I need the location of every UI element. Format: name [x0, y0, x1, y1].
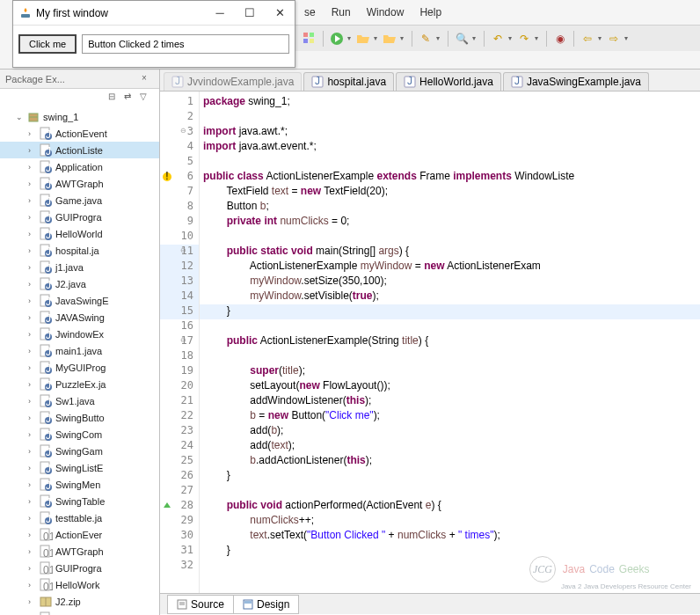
line-number[interactable]: 13: [160, 275, 199, 289]
line-number[interactable]: 26: [160, 469, 199, 484]
tree-file[interactable]: ›Jtesttable.ja: [0, 509, 159, 526]
line-number[interactable]: 22: [160, 409, 199, 424]
menu-item[interactable]: se: [304, 6, 316, 18]
tree-file[interactable]: ›JApplication: [0, 158, 159, 175]
stop-icon[interactable]: ◉: [553, 32, 567, 46]
line-number[interactable]: 1: [160, 95, 199, 110]
view-menu-icon[interactable]: ▽: [140, 92, 152, 104]
fold-icon[interactable]: ⊖: [176, 246, 186, 257]
code-line[interactable]: [200, 349, 700, 364]
code-line[interactable]: myWindow.setSize(350,100);: [200, 275, 700, 289]
code-line[interactable]: setLayout(new FlowLayout());: [200, 379, 700, 394]
tree-file[interactable]: ›JActionListe: [0, 142, 159, 158]
minimize-button[interactable]: ─: [205, 2, 235, 25]
tree-file[interactable]: ›JAWTGraph: [0, 175, 159, 192]
tree-file[interactable]: ›JGame.java: [0, 192, 159, 209]
line-number[interactable]: 12: [160, 260, 199, 275]
line-number[interactable]: 2: [160, 110, 199, 125]
code-line[interactable]: public ActionListenerExample(String titl…: [200, 334, 700, 349]
line-number[interactable]: !6: [160, 170, 199, 185]
search-icon[interactable]: 🔍: [455, 32, 469, 46]
wand-icon[interactable]: ✎: [419, 32, 433, 46]
click-me-button[interactable]: Click me: [18, 34, 77, 54]
tree-file[interactable]: ›01HelloWork: [0, 576, 159, 593]
line-number[interactable]: 25: [160, 454, 199, 469]
close-button[interactable]: ✕: [265, 2, 295, 25]
tree-file[interactable]: ›JSwingMen: [0, 476, 159, 493]
line-number[interactable]: 28: [160, 499, 199, 514]
code-line[interactable]: text.setText("Button Clicked " + numClic…: [200, 529, 700, 544]
code-line[interactable]: package swing_1;: [200, 95, 700, 110]
line-number[interactable]: 27: [160, 484, 199, 499]
line-number[interactable]: 20: [160, 379, 199, 394]
code-editor[interactable]: 12⊖345!678910⊖111213141516⊖1718192021222…: [160, 92, 700, 593]
grid-icon[interactable]: [303, 32, 317, 46]
line-number[interactable]: 18: [160, 349, 199, 364]
tree-file[interactable]: ›JGUIProgra: [0, 209, 159, 225]
line-number[interactable]: 24: [160, 439, 199, 454]
line-number[interactable]: ⊖17: [160, 334, 199, 349]
result-textfield[interactable]: [82, 34, 289, 54]
fold-icon[interactable]: ⊖: [176, 127, 186, 137]
menu-run[interactable]: Run: [332, 6, 351, 18]
line-number[interactable]: 15: [160, 304, 199, 319]
code-line[interactable]: }: [200, 469, 700, 484]
menu-help[interactable]: Help: [419, 6, 441, 18]
code-line[interactable]: }: [200, 544, 700, 559]
editor-tab[interactable]: J JvvindowExample.java: [164, 72, 302, 91]
tree-file[interactable]: ›JJAVASwing: [0, 309, 159, 326]
menu-window[interactable]: Window: [367, 6, 405, 18]
tree-file[interactable]: ›J2.zip: [0, 593, 159, 610]
code-line[interactable]: myWindow.setVisible(true);: [200, 289, 700, 304]
code-line[interactable]: b = new Button("Click me");: [200, 409, 700, 424]
tree-file[interactable]: ›JSw1.java: [0, 392, 159, 409]
code-line[interactable]: add(text);: [200, 439, 700, 454]
design-tab[interactable]: Design: [233, 595, 299, 614]
line-number[interactable]: 19: [160, 364, 199, 379]
line-number[interactable]: 29: [160, 514, 199, 529]
tree-file[interactable]: ›JJavaSwingE: [0, 292, 159, 309]
code-line[interactable]: public class ActionListenerExample exten…: [200, 170, 700, 185]
maximize-button[interactable]: ☐: [235, 2, 265, 25]
tree-file[interactable]: ›01AWTGraph: [0, 543, 159, 560]
line-number[interactable]: 16: [160, 319, 199, 334]
code-line[interactable]: addWindowListener(this);: [200, 394, 700, 409]
line-number[interactable]: 10: [160, 230, 199, 245]
code-line[interactable]: add(b);: [200, 424, 700, 439]
source-tab[interactable]: Source: [167, 595, 234, 614]
tree-file[interactable]: ›01GUIProgra: [0, 560, 159, 576]
fold-icon[interactable]: ⊖: [176, 336, 186, 347]
open-icon[interactable]: [356, 32, 370, 46]
tree-file[interactable]: ›Jhospital.ja: [0, 242, 159, 259]
tree-file[interactable]: ›JJ2.java: [0, 275, 159, 292]
line-number[interactable]: 9: [160, 215, 199, 230]
line-number[interactable]: 31: [160, 544, 199, 559]
line-number[interactable]: 30: [160, 529, 199, 544]
code-line[interactable]: TextField text = new TextField(20);: [200, 185, 700, 200]
code-line[interactable]: }: [200, 304, 700, 319]
tree-file[interactable]: ›JSwingListE: [0, 459, 159, 476]
editor-tab-hospital[interactable]: J hospital.java: [303, 72, 394, 91]
editor-tab-javaswing[interactable]: J JavaSwingExample.java: [503, 72, 649, 91]
tree-file[interactable]: ›JSwingTable: [0, 493, 159, 509]
tree-file[interactable]: ›JPuzzleEx.ja: [0, 376, 159, 392]
tree-file[interactable]: ›JSwingButto: [0, 409, 159, 426]
open-type-icon[interactable]: [383, 32, 397, 46]
code-line[interactable]: [200, 110, 700, 125]
tree-package[interactable]: ⌄ swing_1: [0, 108, 159, 125]
code-line[interactable]: b.addActionListener(this);: [200, 454, 700, 469]
code-line[interactable]: [200, 155, 700, 170]
close-panel-icon[interactable]: ×: [142, 73, 154, 85]
run-icon[interactable]: [330, 32, 344, 46]
code-body[interactable]: package swing_1;import java.awt.*;import…: [200, 92, 700, 593]
code-line[interactable]: ActionListenerExample myWindow = new Act…: [200, 260, 700, 275]
tree-file[interactable]: ›JJwindowEx: [0, 326, 159, 342]
next-annotation-icon[interactable]: ↷: [517, 32, 531, 46]
window-titlebar[interactable]: My first window ─ ☐ ✕: [13, 1, 295, 26]
tree-file[interactable]: ›Jj1.java: [0, 259, 159, 275]
code-line[interactable]: [200, 559, 700, 574]
tree-file[interactable]: ›Jmain1.java: [0, 342, 159, 359]
line-number[interactable]: ⊖11: [160, 245, 199, 260]
line-number[interactable]: 23: [160, 424, 199, 439]
tree-file[interactable]: ›01JavaSwingE: [0, 610, 159, 615]
